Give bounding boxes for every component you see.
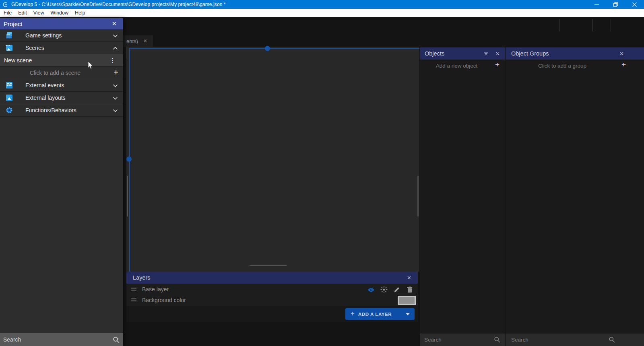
window-title: GDevelop 5 - C:\Users\Sparkle\OneDrive\D… bbox=[11, 2, 226, 7]
plus-icon[interactable]: + bbox=[495, 60, 500, 69]
restore-icon bbox=[613, 2, 618, 7]
layers-panel-header: Layers ✕ bbox=[126, 272, 418, 284]
project-close-icon[interactable]: ✕ bbox=[111, 20, 117, 27]
menu-window[interactable]: Window bbox=[47, 9, 72, 16]
objects-search-bar bbox=[420, 334, 505, 346]
toolbar-separator bbox=[611, 19, 611, 31]
base-layer-actions bbox=[367, 286, 413, 293]
plus-icon[interactable]: + bbox=[114, 68, 118, 77]
scene-editor-canvas[interactable] bbox=[126, 47, 419, 272]
menu-edit[interactable]: Edit bbox=[15, 9, 30, 16]
functions-behaviors-icon bbox=[5, 106, 13, 114]
layers-panel-title: Layers bbox=[133, 274, 151, 281]
mouse-cursor bbox=[88, 61, 94, 70]
search-icon bbox=[113, 336, 120, 343]
chevron-down-icon bbox=[113, 84, 118, 87]
tab-label: ents) bbox=[126, 38, 138, 44]
add-layer-button[interactable]: + ADD A LAYER bbox=[345, 308, 415, 320]
more-options-icon[interactable]: ⋮ bbox=[109, 57, 116, 64]
menubar: File Edit View Window Help bbox=[0, 9, 644, 17]
workspace: ents) ✕ Layers ✕ Base layer Background c… bbox=[0, 17, 644, 346]
close-window-button[interactable] bbox=[625, 0, 644, 9]
panel-resize-handle[interactable] bbox=[250, 265, 287, 266]
sidebar-item-game-settings[interactable]: Game settings bbox=[0, 29, 123, 42]
canvas-vertical-scrollbar-right[interactable] bbox=[417, 176, 419, 216]
titlebar: GDevelop 5 - C:\Users\Sparkle\OneDrive\D… bbox=[0, 0, 644, 9]
delete-trash-icon[interactable] bbox=[406, 286, 413, 293]
plus-icon[interactable]: + bbox=[621, 60, 626, 69]
gdevelop-logo-icon bbox=[3, 2, 8, 7]
selection-handle-left[interactable] bbox=[126, 157, 132, 162]
drag-handle-icon[interactable] bbox=[131, 288, 136, 290]
sidebar-item-external-layouts[interactable]: External layouts bbox=[0, 92, 123, 104]
project-panel-title: Project bbox=[4, 21, 23, 27]
chevron-up-icon bbox=[113, 47, 118, 50]
canvas-vertical-scrollbar-left[interactable] bbox=[127, 176, 128, 216]
add-group-row[interactable]: Click to add a group + bbox=[506, 60, 644, 72]
filter-icon[interactable] bbox=[483, 51, 489, 56]
search-icon bbox=[494, 336, 500, 343]
project-search-bar bbox=[0, 333, 123, 346]
scenes-icon bbox=[5, 44, 13, 52]
objects-close-icon[interactable]: ✕ bbox=[495, 51, 500, 57]
object-groups-panel-header: Object Groups ✕ bbox=[506, 47, 644, 60]
restore-button[interactable] bbox=[606, 0, 625, 9]
external-layouts-icon bbox=[5, 94, 13, 102]
layers-close-icon[interactable]: ✕ bbox=[407, 275, 411, 281]
scene-list-item-new-scene[interactable]: New scene ⋮ bbox=[0, 54, 123, 67]
sidebar-item-label: External events bbox=[25, 82, 64, 89]
project-search-input[interactable] bbox=[3, 336, 100, 343]
project-manager-panel: Project ✕ Game settings bbox=[0, 18, 123, 346]
layer-name: Base layer bbox=[142, 286, 169, 292]
sidebar-item-functions-behaviors[interactable]: Functions/Behaviors bbox=[0, 104, 123, 117]
sidebar-item-label: Scenes bbox=[25, 45, 44, 51]
object-groups-close-icon[interactable]: ✕ bbox=[619, 51, 624, 57]
effects-flare-icon[interactable] bbox=[380, 286, 388, 293]
object-groups-panel: Object Groups ✕ Click to add a group + bbox=[506, 47, 644, 346]
minimize-button[interactable] bbox=[587, 0, 606, 9]
object-groups-panel-title: Object Groups bbox=[511, 50, 549, 57]
sidebar-item-scenes[interactable]: Scenes bbox=[0, 42, 123, 54]
visibility-eye-icon[interactable] bbox=[367, 286, 375, 293]
add-object-row[interactable]: Add a new object + bbox=[420, 60, 505, 72]
window-controls bbox=[587, 0, 644, 9]
scene-name: New scene bbox=[4, 57, 32, 64]
close-icon bbox=[632, 2, 637, 7]
layer-row-background[interactable]: Background color bbox=[126, 295, 418, 305]
search-icon bbox=[609, 336, 615, 343]
selection-handle-top[interactable] bbox=[265, 46, 270, 51]
sidebar-item-external-events[interactable]: External events bbox=[0, 79, 123, 92]
layers-panel: Layers ✕ Base layer Background color bbox=[126, 272, 418, 322]
add-group-label: Click to add a group bbox=[538, 63, 586, 69]
chevron-down-icon bbox=[113, 97, 118, 100]
edit-pencil-icon[interactable] bbox=[393, 286, 400, 293]
sidebar-item-label: Functions/Behaviors bbox=[25, 107, 76, 113]
tab-close-icon[interactable]: ✕ bbox=[143, 38, 147, 44]
object-groups-search-bar bbox=[506, 334, 644, 346]
menu-file[interactable]: File bbox=[0, 9, 15, 16]
toolbar-separator bbox=[559, 19, 559, 31]
drag-handle-icon[interactable] bbox=[131, 299, 136, 301]
background-color-swatch[interactable] bbox=[398, 296, 416, 305]
external-events-icon bbox=[5, 81, 13, 89]
tab-scene-events[interactable]: ents) ✕ bbox=[123, 35, 153, 47]
sidebar-item-label: External layouts bbox=[25, 95, 66, 101]
objects-panel-title: Objects bbox=[425, 50, 444, 57]
objects-panel-header: Objects ✕ bbox=[420, 47, 505, 60]
game-settings-icon bbox=[5, 31, 13, 39]
objects-search-input[interactable] bbox=[424, 337, 484, 343]
menu-help[interactable]: Help bbox=[72, 9, 89, 16]
add-layer-dropdown[interactable] bbox=[401, 308, 415, 320]
add-scene-row[interactable]: Click to add a scene + bbox=[0, 67, 123, 79]
minimize-icon bbox=[594, 2, 599, 7]
chevron-down-icon bbox=[406, 313, 410, 315]
add-layer-label: ADD A LAYER bbox=[358, 312, 392, 317]
objects-panel: Objects ✕ Add a new object + bbox=[420, 47, 505, 346]
selection-top-edge bbox=[129, 48, 419, 49]
add-object-label: Add a new object bbox=[436, 63, 478, 69]
object-groups-search-input[interactable] bbox=[511, 337, 608, 343]
plus-icon: + bbox=[351, 310, 355, 318]
project-panel-header: Project ✕ bbox=[0, 18, 123, 29]
menu-view[interactable]: View bbox=[30, 9, 47, 16]
chevron-down-icon bbox=[113, 109, 118, 112]
